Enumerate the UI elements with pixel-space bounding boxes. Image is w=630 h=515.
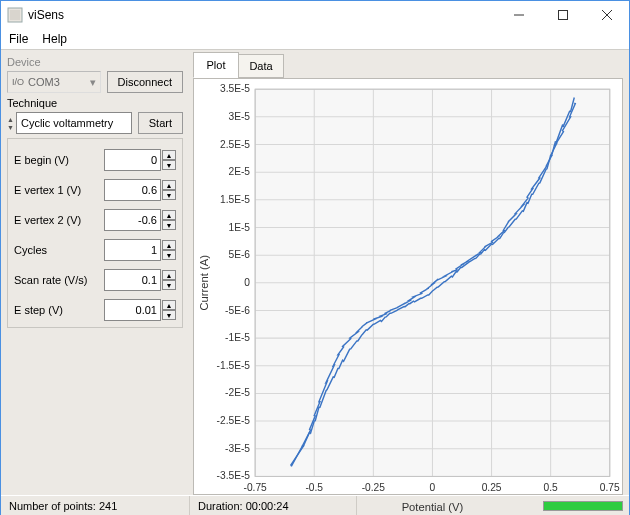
io-icon: I/O	[12, 77, 24, 87]
menu-help[interactable]: Help	[42, 32, 67, 46]
svg-text:-3E-5: -3E-5	[225, 443, 250, 454]
spin-down[interactable]: ▼	[162, 160, 176, 170]
svg-text:-5E-6: -5E-6	[225, 305, 250, 316]
spin-up[interactable]: ▲	[162, 240, 176, 250]
close-button[interactable]	[585, 1, 629, 29]
param-input-1[interactable]	[104, 179, 161, 201]
svg-text:Potential (V): Potential (V)	[402, 501, 464, 513]
spin-up[interactable]: ▲	[162, 270, 176, 280]
spin-up[interactable]: ▲	[162, 180, 176, 190]
svg-text:1E-5: 1E-5	[229, 222, 251, 233]
spin-up[interactable]: ▲	[162, 150, 176, 160]
svg-text:-0.5: -0.5	[305, 482, 323, 493]
menu-file[interactable]: File	[9, 32, 28, 46]
spin-down[interactable]: ▼	[162, 310, 176, 320]
minimize-button[interactable]	[497, 1, 541, 29]
spin-down[interactable]: ▼	[162, 250, 176, 260]
svg-text:0: 0	[244, 277, 250, 288]
titlebar: viSens	[1, 1, 629, 29]
param-input-5[interactable]	[104, 299, 161, 321]
svg-text:Current (A): Current (A)	[198, 255, 210, 311]
device-group-label: Device	[7, 56, 183, 68]
device-port-value: COM3	[28, 76, 60, 88]
tab-plot[interactable]: Plot	[193, 52, 239, 78]
device-port-select[interactable]: I/O COM3 ▾	[7, 71, 101, 93]
param-label: Cycles	[14, 244, 47, 256]
menubar: File Help	[1, 29, 629, 49]
app-icon	[7, 7, 23, 23]
svg-text:2.5E-5: 2.5E-5	[220, 139, 250, 150]
spin-up[interactable]: ▲	[162, 300, 176, 310]
svg-text:2E-5: 2E-5	[229, 166, 251, 177]
svg-text:0: 0	[430, 482, 436, 493]
spin-down[interactable]: ▼	[162, 280, 176, 290]
svg-text:5E-6: 5E-6	[229, 249, 251, 260]
svg-text:1.5E-5: 1.5E-5	[220, 194, 250, 205]
status-points: Number of points: 241	[1, 496, 190, 515]
window-title: viSens	[28, 8, 497, 22]
spin-down[interactable]: ▼	[162, 190, 176, 200]
left-panel: Device I/O COM3 ▾ Disconnect Technique ▲…	[1, 50, 187, 495]
param-input-0[interactable]	[104, 149, 161, 171]
svg-rect-1	[10, 10, 20, 20]
start-button[interactable]: Start	[138, 112, 183, 134]
svg-text:0.5: 0.5	[544, 482, 558, 493]
technique-stepper[interactable]: ▲▼	[7, 116, 14, 131]
tab-data[interactable]: Data	[238, 54, 284, 78]
technique-select[interactable]: Cyclic voltammetry	[16, 112, 132, 134]
svg-text:3E-5: 3E-5	[229, 111, 251, 122]
right-panel: Plot Data -0.75-0.5-0.2500.250.50.75-3.5…	[187, 50, 629, 495]
svg-text:-0.25: -0.25	[362, 482, 386, 493]
disconnect-button[interactable]: Disconnect	[107, 71, 183, 93]
svg-text:3.5E-5: 3.5E-5	[220, 83, 250, 94]
svg-rect-3	[559, 11, 568, 20]
param-label: E vertex 1 (V)	[14, 184, 81, 196]
svg-text:-2.5E-5: -2.5E-5	[217, 415, 251, 426]
tabbar: Plot Data	[193, 56, 623, 78]
svg-text:-0.75: -0.75	[244, 482, 268, 493]
maximize-button[interactable]	[541, 1, 585, 29]
svg-text:0.25: 0.25	[482, 482, 502, 493]
params-panel: E begin (V)▲▼E vertex 1 (V)▲▼E vertex 2 …	[7, 138, 183, 328]
technique-value: Cyclic voltammetry	[21, 117, 113, 129]
param-label: E step (V)	[14, 304, 63, 316]
spin-down[interactable]: ▼	[162, 220, 176, 230]
plot-area: -0.75-0.5-0.2500.250.50.75-3.5E-5-3E-5-2…	[193, 78, 623, 495]
chevron-down-icon: ▾	[90, 76, 96, 89]
svg-text:-2E-5: -2E-5	[225, 388, 250, 399]
svg-text:-1.5E-5: -1.5E-5	[217, 360, 251, 371]
param-input-2[interactable]	[104, 209, 161, 231]
svg-text:-3.5E-5: -3.5E-5	[217, 470, 251, 481]
svg-text:-1E-5: -1E-5	[225, 332, 250, 343]
param-label: E begin (V)	[14, 154, 69, 166]
param-label: E vertex 2 (V)	[14, 214, 81, 226]
param-label: Scan rate (V/s)	[14, 274, 87, 286]
spin-up[interactable]: ▲	[162, 210, 176, 220]
svg-text:0.75: 0.75	[600, 482, 620, 493]
param-input-4[interactable]	[104, 269, 161, 291]
app-window: viSens File Help Device I/O COM3 ▾ Disco…	[0, 0, 630, 515]
chart-svg: -0.75-0.5-0.2500.250.50.75-3.5E-5-3E-5-2…	[194, 79, 622, 515]
param-input-3[interactable]	[104, 239, 161, 261]
technique-group-label: Technique	[7, 97, 183, 109]
